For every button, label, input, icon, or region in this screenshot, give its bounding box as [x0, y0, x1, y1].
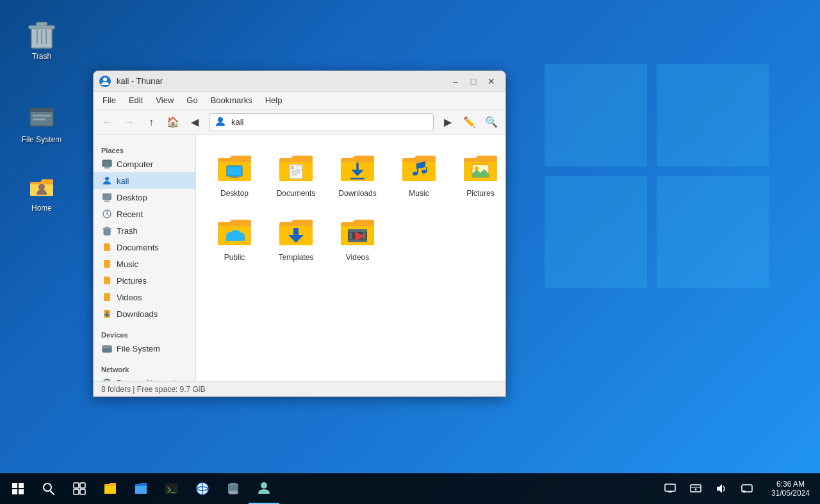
trash-sidebar-icon: [101, 225, 113, 236]
address-bar[interactable]: kali: [209, 113, 434, 131]
sidebar-item-music[interactable]: Music: [94, 256, 195, 272]
sidebar-item-computer[interactable]: Computer: [94, 156, 195, 172]
music-folder-label: Music: [409, 189, 429, 199]
sidebar-item-kali-label: kali: [117, 176, 129, 186]
desktop-icon-filesystem[interactable]: File System: [16, 99, 67, 147]
folder-item-downloads[interactable]: Downloads: [329, 145, 386, 204]
nav-next-button[interactable]: ▶: [438, 112, 458, 133]
taskbar-user[interactable]: [249, 473, 279, 504]
menu-edit[interactable]: Edit: [122, 93, 149, 108]
desktop-icon-trash[interactable]: Trash: [16, 16, 67, 63]
menu-help[interactable]: Help: [259, 93, 289, 108]
svg-rect-56: [12, 483, 17, 488]
svg-rect-51: [348, 229, 367, 232]
taskbar-search[interactable]: [33, 473, 64, 504]
content-area: Desktop: [196, 135, 505, 381]
desktop-icon-home[interactable]: Home: [16, 168, 67, 215]
svg-rect-62: [74, 483, 79, 488]
thunar-icon: [99, 75, 111, 88]
forward-button[interactable]: →: [119, 112, 140, 133]
tray-volume[interactable]: [710, 473, 733, 504]
tray-network[interactable]: [684, 473, 707, 504]
sidebar-item-filesystem[interactable]: File System: [94, 340, 195, 357]
sidebar-item-documents[interactable]: Documents: [94, 239, 195, 256]
sidebar-item-downloads[interactable]: Downloads: [94, 305, 195, 322]
taskbar-storage[interactable]: [218, 473, 249, 504]
title-bar: kali - Thunar – □ ✕: [94, 71, 505, 92]
up-button[interactable]: ↑: [141, 112, 161, 133]
svg-rect-49: [226, 236, 245, 241]
svg-point-72: [228, 491, 238, 494]
back-button[interactable]: ←: [97, 112, 118, 133]
main-area: Places Computer kali: [94, 135, 505, 381]
downloads-folder-label: Downloads: [338, 189, 376, 199]
nav-prev-button[interactable]: ◀: [184, 112, 205, 133]
tray-messages[interactable]: [735, 473, 758, 504]
svg-rect-23: [104, 200, 110, 202]
maximize-button[interactable]: □: [464, 72, 482, 90]
svg-rect-29: [103, 346, 111, 348]
search-button[interactable]: 🔍: [481, 112, 502, 133]
sidebar-item-pictures[interactable]: Pictures: [94, 272, 195, 289]
svg-rect-6: [29, 26, 54, 29]
devices-header: Devices: [94, 327, 195, 340]
svg-rect-57: [19, 483, 24, 488]
svg-rect-27: [102, 228, 111, 229]
public-folder-icon: [214, 215, 255, 250]
svg-point-16: [103, 77, 107, 81]
svg-rect-12: [33, 115, 51, 117]
taskbar-browser[interactable]: [187, 473, 218, 504]
menu-bookmarks[interactable]: Bookmarks: [204, 93, 259, 108]
home-nav-button[interactable]: 🏠: [163, 112, 183, 133]
videos-folder-icon: [337, 215, 378, 250]
network-header: Network: [94, 362, 195, 375]
svg-point-17: [218, 117, 223, 122]
videos-sidebar-icon: [101, 291, 113, 303]
taskbar-taskview[interactable]: [64, 473, 95, 504]
sidebar-item-recent-label: Recent: [117, 209, 143, 219]
system-clock[interactable]: 6:36 AM 31/05/2024: [764, 473, 817, 504]
templates-folder-label: Templates: [279, 253, 314, 263]
tray-monitor[interactable]: [659, 473, 682, 504]
minimize-button[interactable]: –: [447, 72, 464, 90]
start-button[interactable]: [3, 473, 33, 504]
taskbar-explorer[interactable]: [126, 473, 156, 504]
taskbar: 6:36 AM 31/05/2024: [0, 473, 820, 504]
folder-grid: Desktop: [206, 145, 495, 268]
menu-go[interactable]: Go: [180, 93, 204, 108]
devices-section: Devices File System: [94, 325, 195, 359]
folder-item-desktop[interactable]: Desktop: [206, 145, 263, 204]
sidebar-item-videos[interactable]: Videos: [94, 289, 195, 305]
edit-address-button[interactable]: ✏️: [459, 112, 480, 133]
sidebar-item-kali[interactable]: kali: [94, 172, 195, 189]
svg-rect-22: [102, 193, 111, 200]
home-icon: [26, 170, 57, 201]
templates-folder-icon: [275, 215, 316, 250]
sidebar-item-browse-network[interactable]: Browse Network: [94, 375, 195, 381]
folder-item-pictures[interactable]: Pictures: [452, 145, 505, 204]
sidebar-item-music-label: Music: [117, 259, 138, 269]
downloads-sidebar-icon: [101, 308, 113, 320]
menu-view[interactable]: View: [149, 93, 180, 108]
home-icon-label: Home: [31, 204, 52, 213]
sidebar-item-recent[interactable]: Recent: [94, 206, 195, 222]
taskbar-terminal[interactable]: [156, 473, 187, 504]
sidebar-item-trash[interactable]: Trash: [94, 222, 195, 239]
pictures-folder-icon: [460, 150, 501, 186]
address-text: kali: [231, 117, 428, 127]
folder-item-videos[interactable]: Videos: [329, 209, 386, 268]
documents-folder-icon: A: [275, 150, 316, 186]
folder-item-documents[interactable]: A Documents: [268, 145, 324, 204]
clock-date: 31/05/2024: [771, 489, 810, 498]
folder-item-public[interactable]: Public: [206, 209, 263, 268]
folder-item-templates[interactable]: Templates: [268, 209, 324, 268]
taskbar-files[interactable]: [95, 473, 126, 504]
menu-file[interactable]: File: [96, 93, 122, 108]
svg-rect-52: [348, 240, 367, 242]
clock-time: 6:36 AM: [776, 480, 805, 489]
svg-point-41: [422, 170, 427, 174]
sidebar-item-desktop[interactable]: Desktop: [94, 189, 195, 206]
folder-item-music[interactable]: Music: [391, 145, 447, 204]
desktop-folder-label: Desktop: [220, 189, 249, 199]
close-button[interactable]: ✕: [482, 72, 500, 90]
